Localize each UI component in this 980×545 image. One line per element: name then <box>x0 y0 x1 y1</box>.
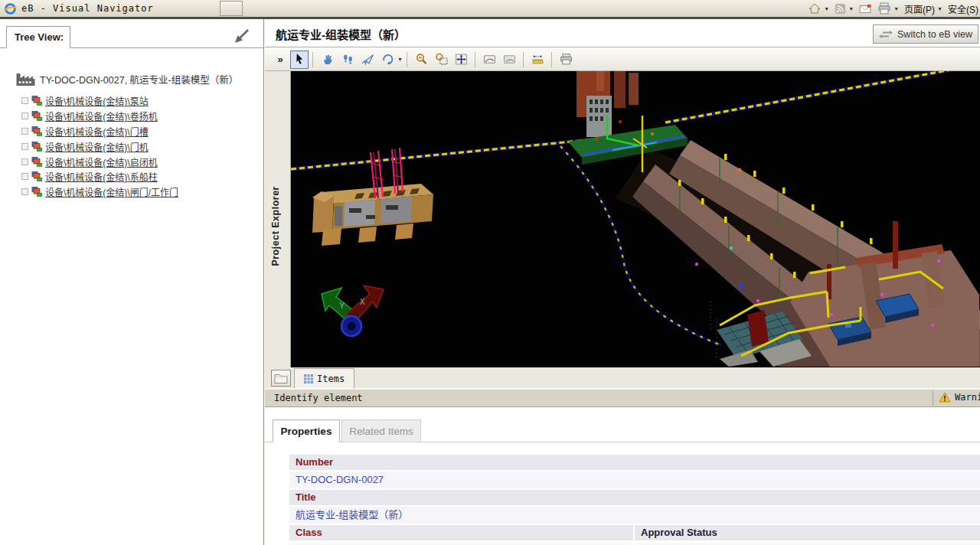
expand-box-icon[interactable] <box>21 188 28 195</box>
toolbar-separator <box>312 52 313 67</box>
property-value-number[interactable]: TY-DOC-DGN-0027 <box>289 472 980 488</box>
printer-icon <box>877 2 891 15</box>
toolbar-separator <box>523 52 524 67</box>
zoom-out-tool-button[interactable] <box>413 51 431 69</box>
items-tab[interactable]: Items <box>294 368 354 388</box>
expand-box-icon[interactable] <box>21 143 28 150</box>
print-view-button[interactable] <box>557 51 576 69</box>
document-title: 航运专业-组装模型（新） <box>276 26 406 42</box>
tree-item[interactable]: 设备\机械设备(金结)\启闭机 <box>21 154 178 169</box>
property-value-title[interactable]: 航运专业-组装模型（新） <box>289 507 980 524</box>
tree-view-header: Tree View: <box>6 26 70 48</box>
factory-icon <box>15 71 36 86</box>
toolbar-separator <box>551 52 552 67</box>
tree-item[interactable]: 设备\机械设备(金结)\闸门/工作门 <box>21 184 178 200</box>
tree-item-link[interactable]: 设备\机械设备(金结)\泵站 <box>45 94 149 107</box>
saved-view-1-button[interactable] <box>481 51 499 69</box>
object-relation-icon <box>31 126 42 136</box>
tree-item-link[interactable]: 设备\机械设备(金结)\门槽 <box>45 125 149 138</box>
browser-command-bar: ▼ ▼ ▼ 页面(P) ▼ 安全(S) <box>808 0 978 17</box>
tab-properties[interactable]: Properties <box>273 419 340 442</box>
tree-item[interactable]: 设备\机械设备(金结)\卷扬机 <box>21 109 178 124</box>
zoom-region-icon <box>435 53 448 66</box>
partial-row-cell <box>635 542 980 545</box>
expand-box-icon[interactable] <box>21 158 28 165</box>
items-tab-label: Items <box>317 374 345 384</box>
collapse-panel-arrow-icon[interactable] <box>232 26 252 46</box>
more-tools-button[interactable]: » <box>272 50 289 70</box>
fly-tool-button[interactable] <box>358 51 377 69</box>
tree-item[interactable]: 设备\机械设备(金结)\系船柱 <box>21 169 178 184</box>
switch-button-label: Switch to eB view <box>897 29 972 40</box>
saved-view-2-button[interactable] <box>501 51 519 69</box>
project-explorer-tab[interactable]: Project Explorer <box>265 71 291 367</box>
hand-icon <box>322 53 335 66</box>
measure-tool-button[interactable] <box>529 51 547 69</box>
zoom-window-tool-button[interactable] <box>433 51 451 69</box>
expand-box-icon[interactable] <box>21 128 28 135</box>
tab-related-items[interactable]: Related Items <box>341 419 421 442</box>
switch-to-eb-view-button[interactable]: Switch to eB view <box>873 24 978 44</box>
axis-x-label: X <box>360 298 365 306</box>
tree-item[interactable]: 设备\机械设备(金结)\门机 <box>21 139 178 154</box>
viewport-3d-scene: Y X <box>291 71 980 367</box>
folder-button[interactable] <box>271 370 291 387</box>
object-relation-icon <box>31 111 42 121</box>
tree-item[interactable]: 设备\机械设备(金结)\门槽 <box>21 124 178 139</box>
expand-box-icon[interactable] <box>21 97 28 104</box>
feeds-caret-icon[interactable]: ▼ <box>848 6 854 11</box>
measure-icon <box>531 53 544 66</box>
expand-box-icon[interactable] <box>21 113 28 119</box>
page-menu[interactable]: 页面(P) ▼ <box>904 2 942 15</box>
window-title: eB - Visual Navigator <box>21 3 154 14</box>
property-label-title: Title <box>289 490 980 505</box>
expand-box-icon[interactable] <box>21 173 28 180</box>
tree-root-item[interactable]: TY-DOC-DGN-0027, 航运专业-组装模型（新） <box>15 71 238 86</box>
tree-item-link[interactable]: 设备\机械设备(金结)\门机 <box>45 140 149 153</box>
tree-item-list: 设备\机械设备(金结)\泵站 设备\机械设备(金结)\卷扬机 设备\机械设备(金… <box>21 93 178 200</box>
tree-item-link[interactable]: 设备\机械设备(金结)\卷扬机 <box>45 109 158 122</box>
object-relation-icon <box>31 142 42 152</box>
home-icon <box>808 2 822 15</box>
tree-item-link[interactable]: 设备\机械设备(金结)\系船柱 <box>45 170 158 183</box>
column-header-approval-status: Approval Status <box>635 525 980 540</box>
view-thumbnail-icon <box>483 53 496 66</box>
orbit-dropdown-caret[interactable]: ▼ <box>397 57 403 62</box>
ie-logo-icon <box>4 2 17 15</box>
fit-view-tool-button[interactable] <box>452 51 471 69</box>
print-button[interactable]: ▼ <box>877 2 899 15</box>
orbit-tool-button[interactable] <box>378 51 397 69</box>
object-relation-icon <box>31 96 42 106</box>
printer-icon <box>560 53 573 66</box>
rss-feed-icon <box>835 3 846 15</box>
home-caret-icon[interactable]: ▼ <box>824 6 829 11</box>
toolbar-separator <box>475 52 475 67</box>
read-mail-button[interactable] <box>859 4 872 14</box>
print-caret-icon[interactable]: ▼ <box>893 6 899 11</box>
object-relation-icon <box>31 157 42 167</box>
warning-indicator[interactable]: Warning <box>939 392 980 403</box>
zoom-out-icon <box>415 53 428 66</box>
tree-item-link[interactable]: 设备\机械设备(金结)\闸门/工作门 <box>45 185 178 198</box>
pan-tool-button[interactable] <box>318 51 337 69</box>
viewer-toolbar: » ▼ <box>265 48 980 71</box>
titlebar-button[interactable] <box>220 1 243 16</box>
view-thumbnail-icon <box>503 53 516 66</box>
partial-row-cell <box>289 542 633 545</box>
tree-root-label: TY-DOC-DGN-0027, 航运专业-组装模型（新） <box>40 72 238 86</box>
property-label-number: Number <box>289 455 980 470</box>
select-tool-button[interactable] <box>290 51 309 69</box>
mail-icon <box>859 4 872 14</box>
viewport-3d-canvas[interactable]: Y X <box>291 71 980 367</box>
home-button[interactable]: ▼ <box>808 2 829 15</box>
object-relation-icon <box>31 187 42 197</box>
feeds-button[interactable]: ▼ <box>835 3 854 15</box>
folder-icon <box>274 373 288 383</box>
safety-menu[interactable]: 安全(S) <box>948 2 978 15</box>
tree-item[interactable]: 设备\机械设备(金结)\泵站 <box>21 93 178 109</box>
footprints-icon <box>341 53 354 66</box>
walk-tool-button[interactable] <box>338 51 357 69</box>
object-relation-icon <box>31 171 42 181</box>
tree-item-link[interactable]: 设备\机械设备(金结)\启闭机 <box>45 155 158 168</box>
column-header-class: Class <box>289 525 633 540</box>
